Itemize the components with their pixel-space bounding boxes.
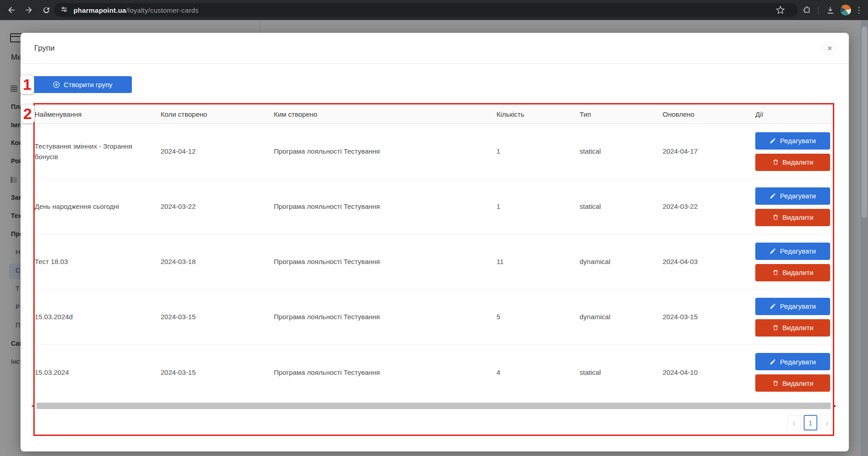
- pencil-icon: [769, 303, 776, 310]
- pagination-next-icon[interactable]: ›: [820, 415, 834, 430]
- group-created: 2024-03-18: [161, 256, 274, 267]
- delete-button[interactable]: Видалити: [755, 209, 830, 226]
- group-updated: 2024-04-10: [663, 367, 755, 378]
- table-row: Тест 18.03 2024-03-18 Програма лояльност…: [35, 234, 835, 290]
- trash-icon: [772, 269, 779, 276]
- edit-button[interactable]: Редагувати: [755, 187, 830, 205]
- table-row: Тестування змінних - Згорання бонусів 20…: [35, 124, 835, 179]
- column-header: Дії: [755, 109, 835, 119]
- group-updated: 2024-03-15: [663, 311, 755, 322]
- download-icon[interactable]: [822, 2, 838, 18]
- delete-button[interactable]: Видалити: [755, 374, 830, 392]
- column-header: Ким створено: [274, 109, 497, 119]
- group-updated: 2024-03-22: [663, 201, 755, 212]
- column-header: Кількість: [497, 109, 580, 119]
- group-name: Тестування змінних - Згорання бонусів: [35, 141, 161, 162]
- column-header: Тип: [580, 109, 663, 119]
- bookmark-star-icon[interactable]: [776, 5, 785, 16]
- groups-table: Найменування Коли створено Ким створено …: [35, 105, 835, 400]
- group-count: 4: [497, 367, 580, 378]
- edit-button[interactable]: Редагувати: [755, 243, 830, 260]
- table-row: 15.03.2024d 2024-03-15 Програма лояльнос…: [35, 290, 835, 345]
- scroll-right-icon[interactable]: ▸: [832, 402, 838, 409]
- pencil-icon: [769, 192, 776, 199]
- group-name: Тест 18.03: [35, 256, 161, 267]
- group-creator: Програма лояльності Тестування: [274, 201, 497, 212]
- group-count: 11: [497, 256, 580, 267]
- url-path: /loyalty/customer-cards: [126, 6, 199, 14]
- group-updated: 2024-04-03: [663, 256, 755, 267]
- table-header-row: Найменування Коли створено Ким створено …: [35, 105, 835, 124]
- reload-icon[interactable]: [38, 2, 54, 18]
- group-creator: Програма лояльності Тестування: [274, 146, 497, 156]
- forward-icon[interactable]: [21, 2, 37, 18]
- group-created: 2024-03-15: [161, 311, 274, 322]
- extensions-icon[interactable]: [799, 2, 815, 18]
- site-info-icon[interactable]: [60, 5, 68, 15]
- column-header: Коли створено: [161, 109, 274, 119]
- delete-button[interactable]: Видалити: [755, 319, 830, 337]
- pagination: ‹ 1 ›: [787, 415, 834, 430]
- create-group-label: Створити групу: [64, 81, 113, 88]
- group-count: 1: [497, 201, 580, 212]
- address-bar[interactable]: pharmapoint.ua/loyalty/customer-cards: [54, 3, 798, 17]
- create-group-button[interactable]: Створити групу: [33, 76, 132, 93]
- scrollbar-thumb[interactable]: [37, 403, 831, 409]
- pencil-icon: [769, 358, 776, 365]
- trash-icon: [772, 324, 779, 331]
- group-creator: Програма лояльності Тестування: [274, 367, 497, 378]
- edit-button[interactable]: Редагувати: [755, 132, 830, 150]
- group-count: 5: [497, 311, 580, 322]
- group-created: 2024-03-22: [161, 201, 274, 212]
- browser-vertical-scrollbar[interactable]: [861, 20, 868, 456]
- group-count: 1: [497, 146, 580, 156]
- plus-circle-icon: [52, 81, 60, 88]
- trash-icon: [772, 214, 779, 221]
- table-horizontal-scrollbar[interactable]: ◂ ▸: [29, 402, 838, 409]
- group-creator: Програма лояльності Тестування: [274, 311, 497, 322]
- group-type: dynamical: [580, 311, 663, 322]
- edit-button[interactable]: Редагувати: [755, 298, 830, 315]
- group-updated: 2024-04-17: [663, 146, 755, 156]
- column-header: Оновлено: [663, 109, 755, 119]
- group-creator: Програма лояльності Тестування: [274, 256, 497, 267]
- group-type: dynamical: [580, 256, 663, 267]
- edit-button[interactable]: Редагувати: [755, 353, 830, 370]
- trash-icon: [772, 159, 779, 166]
- pencil-icon: [769, 248, 776, 254]
- pagination-page-1[interactable]: 1: [804, 415, 817, 430]
- group-type: statical: [580, 367, 663, 378]
- browser-toolbar: pharmapoint.ua/loyalty/customer-cards ⋮: [0, 0, 868, 20]
- toolbar-separator: [818, 6, 819, 14]
- group-type: statical: [580, 146, 663, 156]
- back-icon[interactable]: [4, 2, 19, 18]
- trash-icon: [772, 380, 779, 387]
- delete-button[interactable]: Видалити: [755, 264, 830, 281]
- table-row: 15.03.2024 2024-03-15 Програма лояльност…: [35, 345, 835, 400]
- menu-kebab-icon[interactable]: ⋮: [853, 2, 864, 18]
- url-text: pharmapoint.ua/loyalty/customer-cards: [73, 6, 199, 14]
- profile-avatar[interactable]: [838, 2, 853, 18]
- pagination-prev-icon[interactable]: ‹: [787, 415, 801, 430]
- close-icon[interactable]: ✕: [823, 42, 836, 55]
- group-name: 15.03.2024d: [35, 311, 161, 322]
- group-name: День народження сьогодні: [35, 201, 161, 212]
- pencil-icon: [769, 137, 776, 144]
- group-created: 2024-04-12: [161, 146, 274, 156]
- group-created: 2024-03-15: [161, 367, 274, 378]
- delete-button[interactable]: Видалити: [755, 154, 830, 171]
- modal-header: Групи ✕: [21, 33, 849, 64]
- url-domain: pharmapoint.ua: [73, 6, 126, 14]
- groups-modal: Групи ✕ Створити групу Найменування Коли…: [21, 33, 849, 451]
- group-name: 15.03.2024: [35, 367, 161, 378]
- group-type: statical: [580, 201, 663, 212]
- column-header: Найменування: [35, 109, 161, 119]
- modal-title: Групи: [34, 44, 55, 53]
- table-row: День народження сьогодні 2024-03-22 Прог…: [35, 179, 835, 234]
- scroll-left-icon[interactable]: ◂: [29, 402, 36, 409]
